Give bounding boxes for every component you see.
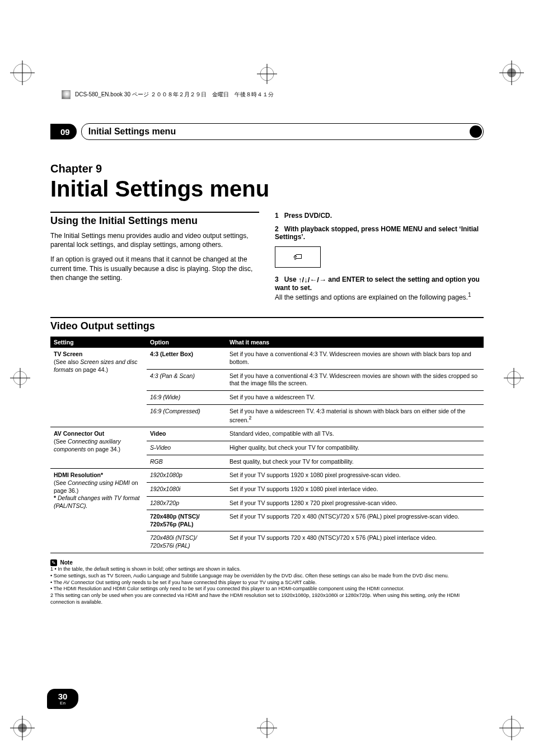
desc: Set if your TV supports 720 x 480 (NTSC)… bbox=[226, 510, 484, 531]
option: Video bbox=[150, 430, 166, 437]
page-number-badge: 30 En bbox=[47, 689, 78, 709]
chapter-number-badge: 09 bbox=[50, 124, 77, 139]
video-output-title: Video Output settings bbox=[50, 320, 484, 332]
print-header-icon bbox=[62, 90, 71, 99]
chapter-title-pill: Initial Settings menu bbox=[81, 123, 484, 140]
desc: Higher quality, but check your TV for co… bbox=[226, 441, 484, 455]
option: RGB bbox=[150, 458, 163, 465]
registration-mark-bottom-right bbox=[495, 711, 528, 745]
option: 1280x720p bbox=[150, 500, 179, 506]
option: 16:9 (Compressed) bbox=[150, 408, 200, 414]
setting-sub-pre: (See also bbox=[54, 358, 80, 365]
tag-icon: 🏷 bbox=[293, 252, 302, 262]
note-line: 2 This setting can only be used when you… bbox=[50, 592, 484, 605]
step-1-text: Press DVD/CD. bbox=[284, 212, 332, 220]
setting-sub-ital: Connecting using HDMI bbox=[68, 479, 130, 486]
step-1: 1 Press DVD/CD. bbox=[275, 212, 484, 220]
col-setting: Setting bbox=[50, 337, 147, 348]
desc: Set if you have a conventional 4:3 TV. W… bbox=[226, 348, 484, 369]
option: 1920x1080i bbox=[150, 486, 180, 492]
option: 16:9 (Wide) bbox=[150, 394, 180, 400]
option: 720x480p (NTSC)/ 720x576p (PAL) bbox=[150, 513, 200, 528]
note-line: • The HDMI Resolution and HDMI Color set… bbox=[50, 586, 484, 592]
desc: Best quality, but check your TV for comp… bbox=[226, 455, 484, 469]
table-row: TV Screen (See also Screen sizes and dis… bbox=[50, 348, 484, 369]
desc: Set if your TV supports 1280 x 720 pixel… bbox=[226, 496, 484, 510]
note-label: Note bbox=[60, 559, 73, 566]
registration-mark-top-right bbox=[495, 56, 528, 90]
option: S-Video bbox=[150, 444, 171, 451]
desc: Set if you have a widescreen TV. 4:3 mat… bbox=[229, 408, 465, 423]
print-header-text: DCS-580_EN.book 30 ページ ２００８年２月２９日 金曜日 午後… bbox=[75, 91, 274, 99]
step-3-num: 3 bbox=[275, 276, 279, 283]
step-2: 2 With playback stopped, press HOME MENU… bbox=[275, 225, 484, 241]
setting-name: TV Screen bbox=[54, 351, 82, 357]
col-meaning: What it means bbox=[226, 337, 484, 348]
registration-mark-top-left bbox=[6, 56, 39, 90]
desc: Standard video, compatible with all TVs. bbox=[226, 427, 484, 441]
note-icon: ✎ bbox=[50, 559, 57, 566]
section-rule bbox=[50, 212, 259, 213]
chapter-header-bar: 09 Initial Settings menu bbox=[50, 123, 484, 140]
page-content: 09 Initial Settings menu Chapter 9 Initi… bbox=[50, 123, 484, 700]
video-output-table: Setting Option What it means TV Screen (… bbox=[50, 337, 484, 553]
print-header-strip: DCS-580_EN.book 30 ページ ２００８年２月２９日 金曜日 午後… bbox=[62, 90, 472, 100]
desc: Set if your TV supports 1920 x 1080 pixe… bbox=[226, 482, 484, 496]
table-row: AV Connector Out (See Connecting auxilia… bbox=[50, 427, 484, 441]
note-line: • The AV Connector Out setting only need… bbox=[50, 580, 484, 586]
option: 720x480i (NTSC)/ 720x576i (PAL) bbox=[150, 534, 197, 549]
step-3-body: All the settings and options are explain… bbox=[275, 293, 468, 301]
setting-name: AV Connector Out bbox=[54, 430, 104, 437]
chapter-label: Chapter 9 bbox=[50, 162, 484, 175]
desc: Set if your TV supports 1920 x 1080 pixe… bbox=[226, 469, 484, 483]
desc: Set if you have a widescreen TV. bbox=[226, 390, 484, 404]
step-3-pre: Use bbox=[284, 276, 298, 283]
desc-sup: 2 bbox=[249, 415, 251, 421]
setting-name: HDMI Resolution* bbox=[54, 472, 103, 478]
page-language: En bbox=[60, 701, 65, 706]
desc: Set if your TV supports 720 x 480 (NTSC)… bbox=[226, 531, 484, 553]
registration-mark-top bbox=[254, 60, 280, 87]
step-3-footnote-ref: 1 bbox=[468, 292, 471, 298]
section-using-p2: If an option is grayed out it means that… bbox=[50, 255, 259, 282]
setting-sub-post: on page 34.) bbox=[86, 446, 120, 452]
desc: Set if you have a conventional 4:3 TV. W… bbox=[226, 369, 484, 390]
chapter-pill-knob-icon bbox=[470, 125, 482, 138]
registration-mark-left bbox=[7, 365, 34, 391]
step-3: 3 Use ↑/↓/←/→ and ENTER to select the se… bbox=[275, 276, 484, 301]
section-using-title: Using the Initial Settings menu bbox=[50, 215, 259, 227]
col-option: Option bbox=[147, 337, 226, 348]
table-row: HDMI Resolution* (See Connecting using H… bbox=[50, 469, 484, 483]
footnote-block: ✎ Note 1 • In the table, the default set… bbox=[50, 559, 484, 606]
step-1-num: 1 bbox=[275, 212, 279, 220]
step-2-text: With playback stopped, press HOME MENU a… bbox=[275, 225, 479, 241]
setting-sub2-ital: Default changes with TV format (PAL/NTSC… bbox=[54, 494, 140, 509]
option: 4:3 (Pan & Scan) bbox=[150, 372, 195, 379]
setting-sub-post: on page 44.) bbox=[73, 366, 108, 373]
option: 4:3 (Letter Box) bbox=[150, 351, 193, 357]
registration-mark-right bbox=[500, 365, 527, 391]
option: 1920x1080p bbox=[150, 472, 182, 478]
setting-sub-pre: (See bbox=[54, 438, 68, 445]
chapter-bar-title: Initial Settings menu bbox=[88, 127, 176, 137]
registration-mark-bottom-left bbox=[6, 711, 39, 745]
section-using-p1: The Initial Settings menu provides audio… bbox=[50, 231, 259, 249]
initial-settings-icon-box: 🏷 bbox=[275, 246, 321, 268]
setting-sub2-pre: * bbox=[54, 494, 58, 501]
arrow-keys-icon: ↑/↓/←/→ bbox=[298, 276, 326, 284]
section-rule bbox=[50, 317, 484, 318]
chapter-number: 09 bbox=[60, 127, 70, 137]
note-line: 1 • In the table, the default setting is… bbox=[50, 566, 484, 573]
page-number: 30 bbox=[58, 692, 68, 701]
note-line: • Some settings, such as TV Screen, Audi… bbox=[50, 573, 484, 580]
setting-sub-pre: (See bbox=[54, 479, 68, 486]
step-2-num: 2 bbox=[275, 225, 279, 233]
chapter-title: Initial Settings menu bbox=[50, 176, 484, 202]
registration-mark-bottom bbox=[254, 715, 280, 741]
